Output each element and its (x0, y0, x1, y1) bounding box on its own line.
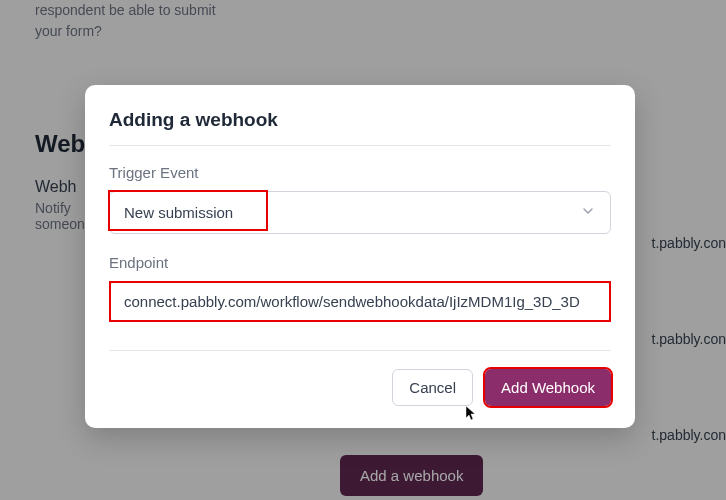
endpoint-label: Endpoint (109, 254, 611, 271)
add-webhook-submit-button[interactable]: Add Webhook (485, 369, 611, 406)
add-webhook-modal: Adding a webhook Trigger Event New submi… (85, 85, 635, 428)
modal-title: Adding a webhook (109, 109, 611, 131)
submit-button-wrap: Add Webhook (485, 369, 611, 406)
chevron-down-icon (580, 203, 596, 222)
modal-footer: Cancel Add Webhook (109, 369, 611, 406)
cancel-button[interactable]: Cancel (392, 369, 473, 406)
trigger-event-select-wrap: New submission (109, 191, 611, 234)
endpoint-input-wrap (109, 281, 611, 322)
trigger-event-label: Trigger Event (109, 164, 611, 181)
trigger-event-value: New submission (124, 204, 233, 221)
divider (109, 145, 611, 146)
endpoint-input[interactable] (109, 281, 611, 322)
divider (109, 350, 611, 351)
trigger-event-select[interactable]: New submission (109, 191, 611, 234)
